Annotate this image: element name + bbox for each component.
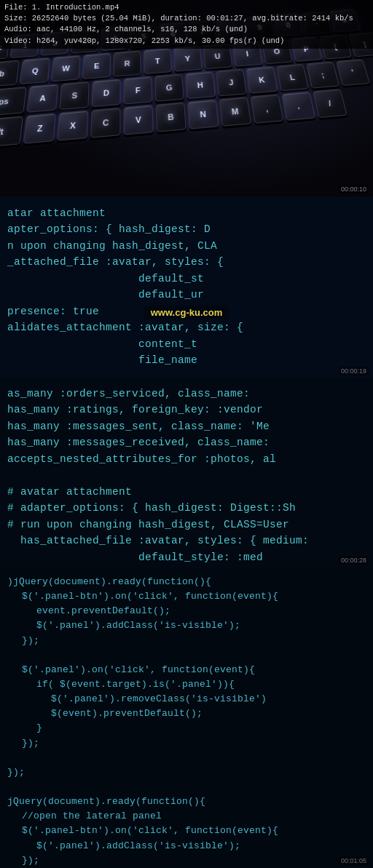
code-panel-1: atar attachment apter_options: { hash_di… [0,196,373,378]
key-w: W [51,55,81,82]
key-d: D [92,79,121,107]
code2-line-5: accepts_nested_attributes_for :photos, a… [7,451,366,467]
file-info-overlay: File: 1. Introduction.mp4 Size: 26252640… [0,0,373,49]
code-line-5: default_st [7,271,366,287]
code2-line-3: has_many :messages_sent, class_name: 'Me [7,418,366,434]
jquery-line-4: $('.panel').addClass('is-visible'); [7,618,366,633]
timestamp-panel3: 00:00:28 [339,556,369,565]
timestamp-panel2: 00:00:19 [339,367,369,375]
code2-line-2: has_many :ratings, foreign_key: :vendor [7,402,366,418]
key-l: L [276,64,309,91]
key-k: K [246,66,278,94]
code2-line-1: as_many :orders_serviced, class_name: [7,386,366,402]
key-x: X [57,111,88,141]
code2-line-7: # avatar attachment [7,484,366,500]
code-line-3: n upon changing hash_digest, CLA [7,238,366,254]
code-line-4: _attached_file :avatar, styles: { [7,254,366,270]
jquery-line-17: //open the lateral panel [7,809,366,824]
key-f: F [124,76,153,105]
key-s: S [59,81,90,110]
jquery-line-9: $('.panel').removeClass('is-visible') [7,692,366,706]
code-line-8: alidates_attachment :avatar, size: { [7,319,366,335]
jquery-line-13 [7,751,366,765]
key-v: V [124,105,154,135]
jquery-line-14: }); [7,765,366,780]
jquery-line-7: $('.panel').on('click', function(event){ [7,663,366,677]
code-line-9: content_t [7,336,366,352]
key-q: Q [20,57,50,84]
jquery-line-18: $('.panel-btn').on('click', function(eve… [7,824,366,838]
jquery-line-2: $('.panel-btn').on('click', function(eve… [7,589,366,604]
key-tab: Tab [0,60,20,89]
code-panel-3: )jQuery(document).ready(function(){ $('.… [0,568,373,868]
file-info-line2: Size: 26252640 bytes (25.04 MiB), durati… [4,13,369,24]
key-period: . [281,92,315,121]
jquery-line-8: if( $(event.target).is('.panel')){ [7,677,366,692]
jquery-line-1: )jQuery(document).ready(function(){ [7,575,366,589]
file-info-line1: File: 1. Introduction.mp4 [4,2,369,13]
jquery-line-19: $('.panel').addClass('is-visible'); [7,839,366,853]
key-z: Z [23,114,56,144]
key-caps: Caps [0,87,27,118]
jquery-line-5: }); [7,634,366,648]
code2-line-11: default_style: :med [7,549,366,565]
file-info-line4: Video: h264, yuv420p, 1280x720, 2253 kb/… [4,36,369,47]
key-slash: / [313,89,348,118]
jquery-line-11: } [7,721,366,736]
jquery-line-20: }); [7,853,366,868]
key-semicolon: ; [306,61,339,88]
jquery-line-12: }); [7,736,366,751]
key-c: C [90,108,120,138]
code2-line-8: # adapter_options: { hash_digest: Digest… [7,500,366,516]
key-h: H [185,71,216,99]
key-comma: , [251,95,284,124]
key-b: B [156,103,186,132]
jquery-line-10: $(event).preventDefault(); [7,706,366,721]
jquery-line-15 [7,780,366,795]
code-panel-2: as_many :orders_serviced, class_name: ha… [0,378,373,568]
key-a: A [27,84,58,113]
key-m: M [219,97,252,127]
jquery-line-6 [7,648,366,663]
key-y: Y [173,46,203,72]
code-line-1: atar attachment [7,205,366,221]
watermark: www.cg-ku.com [145,306,228,319]
key-g: G [154,74,184,102]
code2-line-4: has_many :messages_received, class_name: [7,434,366,450]
file-info-line3: Audio: aac, 44100 Hz, 2 channels, s16, 1… [4,24,369,35]
key-quote: ' [336,59,370,86]
key-e: E [82,53,111,79]
jquery-line-3: event.preventDefault(); [7,604,366,618]
code-line-10: file_name [7,352,366,368]
key-r: R [113,50,141,76]
key-n: N [187,100,219,130]
key-t: T [144,48,172,74]
code2-line-10: has_attached_file :avatar, styles: { med… [7,533,366,549]
jquery-line-16: jQuery(document).ready(function(){ [7,795,366,809]
key-j: J [216,69,247,97]
code-line-2: apter_options: { hash_digest: D [7,221,366,237]
timestamp-panel1: 00:00:10 [339,185,369,194]
timestamp-panel4: 00:01:05 [339,856,369,865]
code2-line-6 [7,467,366,483]
code2-line-9: # run upon changing hash_digest, CLASS=U… [7,517,366,533]
key-shift: Shift [0,116,23,149]
code-line-6: default_ur [7,287,366,303]
